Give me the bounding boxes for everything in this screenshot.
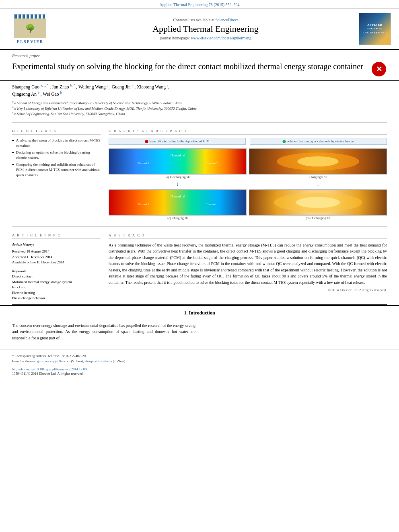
journal-center: Contents lists available at ScienceDirec…: [52, 18, 359, 40]
homepage-link[interactable]: www.elsevier.com/locate/apthermeng: [191, 36, 251, 40]
highlights-list: Analyzing the reason of blocking in dire…: [12, 138, 101, 177]
jun-zhao: , Jun Zhao: [49, 84, 70, 89]
ga-caption-a: (a) Discharging 5h: [109, 175, 247, 179]
sciencedirect-link[interactable]: ScienceDirect: [215, 18, 238, 22]
guang-jin: , Guang Jin: [109, 84, 132, 89]
shaopeng-guo: Shaopeng Guo: [12, 84, 41, 89]
ga-image-charge-0-5h: [249, 148, 387, 175]
svg-text:Thermal 1: Thermal 1: [138, 162, 149, 165]
elsevier-logo: 🌳 ELSEVIER: [8, 14, 52, 44]
authors-section: Shaopeng Guo a, b, * , Jun Zhao b, * , W…: [0, 81, 399, 119]
svg-rect-4: [109, 190, 246, 215]
svg-point-11: [296, 197, 340, 208]
photo-svg-d: [249, 190, 387, 215]
crossmark-icon: ✕: [376, 66, 382, 73]
svg-text:Thermal 2: Thermal 2: [138, 203, 149, 206]
journal-cover: APPLIED THERMAL ENGINEERING: [359, 13, 391, 45]
ga-right-col: Charging 0.5h ↓ (d) Discharging 1h: [249, 148, 387, 220]
article-title: Experimental study on solving the blocki…: [12, 61, 367, 72]
svg-text:Thermal 2: Thermal 2: [206, 162, 218, 165]
kw-4: Electric heating: [12, 290, 101, 296]
graphical-abstract-header: G R A P H I C A L A B S T R A C T: [109, 129, 387, 135]
received-date: Received 18 August 2014: [12, 249, 101, 255]
intro-col-2: [204, 322, 387, 341]
ga-item-b: Charging 0.5h: [249, 148, 387, 179]
svg-rect-0: [109, 149, 246, 174]
highlight-item-2: Designing an option to solve the blockin…: [12, 150, 101, 160]
ga-images-grid: Thermal oil Thermal 1 Thermal 2 (a) Disc…: [109, 148, 387, 220]
ga-issue-col: ⬤ Issue: Blocker is due to the depositio…: [109, 138, 246, 146]
email-link-2[interactable]: zhaojun@tju.edu.cn: [84, 359, 112, 363]
highlights-column: H I G H L I G H T S Analyzing the reason…: [12, 129, 101, 220]
highlights-header: H I G H L I G H T S: [12, 129, 101, 135]
corresponding-author-note: * Corresponding authors. Tel./fax: +86 0…: [12, 353, 387, 359]
keywords-label: Keywords:: [12, 269, 101, 274]
journal-title: Applied Thermal Engineering: [56, 24, 355, 34]
ga-solution-col: ⬤ Solution: Forming quick channels by el…: [250, 138, 387, 146]
photo-svg-b: [249, 149, 387, 174]
page-footer: * Corresponding authors. Tel./fax: +86 0…: [0, 349, 399, 379]
journal-link[interactable]: Applied Thermal Engineering 78 (2015) 55…: [160, 2, 240, 7]
affil-b: b b Key Laboratory of Efficient Utilizat…: [12, 106, 387, 111]
contents-line: Contents lists available at ScienceDirec…: [56, 18, 355, 22]
ga-left-col: Thermal oil Thermal 1 Thermal 2 (a) Disc…: [109, 148, 247, 220]
ga-labels-row: ⬤ Issue: Blocker is due to the depositio…: [109, 138, 387, 146]
highlights-graphical-section: H I G H L I G H T S Analyzing the reason…: [0, 126, 399, 223]
thermal-svg-a: Thermal oil Thermal 1 Thermal 2: [109, 149, 246, 174]
ga-caption-c: (c) Charging 1h: [109, 216, 247, 220]
svg-text:Thermal oil: Thermal oil: [170, 195, 185, 198]
email-addresses: E-mail addresses: guoshaopeng@163.com (S…: [12, 359, 387, 364]
svg-text:Thermal 1: Thermal 1: [206, 203, 218, 206]
copyright-line: © 2014 Elsevier Ltd. All rights reserved…: [109, 288, 387, 292]
logo-tree: 🌳: [14, 18, 46, 38]
ga-item-a: Thermal oil Thermal 1 Thermal 2 (a) Disc…: [109, 148, 247, 179]
ga-image-discharge-5h: Thermal oil Thermal 1 Thermal 2: [109, 148, 247, 175]
crossmark-badge: ✕: [371, 61, 387, 77]
ga-issue-label: ⬤ Issue: Blocker is due to the depositio…: [109, 138, 246, 145]
kw-1: Direct contact: [12, 274, 101, 279]
kw-2: Mobilized thermal energy storage system: [12, 279, 101, 285]
svg-text:Thermal oil: Thermal oil: [170, 154, 185, 157]
available-date: Available online 10 December 2014: [12, 260, 101, 265]
abstract-text: As a promising technique of the waste he…: [109, 242, 387, 286]
section-divider-2: [12, 226, 387, 227]
xiaotong-wang: , Xiaotong Wang: [134, 84, 167, 89]
svg-point-9: [297, 156, 338, 166]
affil-a: a a School of Energy and Environment, In…: [12, 100, 387, 106]
ga-arrow-down-left: ↓: [109, 181, 247, 187]
journal-homepage: journal homepage: www.elsevier.com/locat…: [56, 36, 355, 40]
intro-columns: The concern over energy shortage and env…: [0, 322, 399, 345]
ga-image-charge-1h: Thermal oil Thermal 2 Thermal 1: [109, 189, 247, 216]
weilong-wang: , Weilong Wang: [76, 84, 107, 89]
crossmark-circle: ✕: [372, 62, 386, 76]
affil-c: c c School of Engineering, Sun Yat-Sen U…: [12, 111, 387, 117]
journal-header: 🌳 ELSEVIER Contents lists available at S…: [0, 9, 399, 50]
info-abstract-section: A R T I C L E I N F O Article history: R…: [0, 230, 399, 304]
ga-solution-label: ⬤ Solution: Forming quick channels by el…: [250, 138, 387, 145]
ga-image-discharge-1h: [249, 189, 387, 216]
email-label: E-mail addresses:: [12, 359, 37, 363]
abstract-column: A B S T R A C T As a promising technique…: [109, 233, 387, 301]
highlight-item-3: Comparing the melting and solidification…: [12, 162, 101, 177]
ga-item-d: (d) Discharging 1h: [249, 189, 387, 220]
elsevier-wordmark: ELSEVIER: [17, 39, 44, 44]
wei-gao: , Wei Gao: [41, 92, 60, 97]
doi-link[interactable]: http://dx.doi.org/10.1016/j.applthermale…: [12, 367, 88, 371]
graphical-abstract-column: G R A P H I C A L A B S T R A C T ⬤ Issu…: [109, 129, 387, 220]
article-title-section: Experimental study on solving the blocki…: [0, 60, 399, 81]
ga-caption-d: (d) Discharging 1h: [249, 216, 387, 220]
intro-number: 1. Introduction: [12, 310, 387, 316]
doi-section: http://dx.doi.org/10.1016/j.applthermale…: [12, 366, 387, 371]
authors-line: Shaopeng Guo a, b, * , Jun Zhao b, * , W…: [12, 83, 387, 98]
thermal-svg-c: Thermal oil Thermal 2 Thermal 1: [109, 190, 246, 215]
email-link-1[interactable]: guoshaopeng@163.com: [37, 359, 70, 363]
logo-stripe: [14, 14, 46, 18]
abstract-header: A B S T R A C T: [109, 233, 387, 239]
elsevier-logo-img: 🌳: [14, 14, 46, 38]
article-info-column: A R T I C L E I N F O Article history: R…: [12, 233, 101, 301]
introduction-section: 1. Introduction: [0, 305, 399, 322]
article-type: Research paper: [0, 50, 399, 60]
qingsong-an: Qingsong An: [12, 92, 38, 97]
highlight-item-1: Analyzing the reason of blocking in dire…: [12, 138, 101, 148]
article-info: Article history: Received 18 August 2014…: [12, 242, 101, 301]
